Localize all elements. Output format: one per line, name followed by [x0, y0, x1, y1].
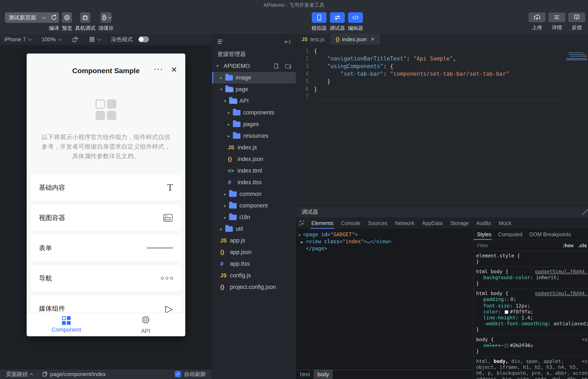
stylesheet-link[interactable]: gadgetSimul…f8d44.: [535, 290, 588, 296]
tree-arrow-icon[interactable]: ▸: [224, 192, 229, 197]
expand-arrow-icon[interactable]: ▼: [298, 232, 303, 238]
zoom-select[interactable]: 100%: [42, 36, 61, 43]
debugger-toggle-button[interactable]: [330, 12, 345, 23]
device-select[interactable]: iPhone 7: [4, 36, 31, 43]
tree-item-i18n[interactable]: ▸i18n: [212, 211, 296, 223]
devtools-tab-appdata[interactable]: AppData: [418, 217, 446, 229]
styles-filter-input[interactable]: Filter: [477, 243, 488, 249]
tree-arrow-icon[interactable]: ▸: [220, 226, 225, 232]
layout-select[interactable]: [89, 36, 100, 43]
tree-item-common[interactable]: ▸common: [212, 188, 296, 200]
auto-refresh-checkbox[interactable]: ✓: [175, 371, 181, 377]
tree-item-util[interactable]: ▸util: [212, 223, 296, 235]
color-swatch[interactable]: [505, 344, 508, 347]
stylesheet-link[interactable]: <s: [582, 336, 588, 342]
tab-api[interactable]: API: [106, 313, 185, 336]
tree-arrow-icon[interactable]: ▸: [220, 75, 225, 80]
breadcrumb-html[interactable]: html: [296, 370, 314, 379]
breadcrumb-body[interactable]: body: [314, 370, 333, 379]
devtools-tab-sources[interactable]: Sources: [364, 217, 391, 229]
close-icon[interactable]: ✕: [171, 65, 177, 74]
list-item-navigation[interactable]: 导航: [31, 265, 181, 291]
expand-arrow-icon[interactable]: ▶: [301, 238, 306, 246]
tree-item-image[interactable]: ▸image: [212, 72, 296, 83]
tree-item-index-ttss[interactable]: #index.ttss: [212, 177, 296, 188]
simulator-toggle-button[interactable]: [312, 12, 327, 23]
upload-button[interactable]: [529, 13, 545, 22]
new-file-icon[interactable]: [273, 63, 279, 69]
page-path-label[interactable]: 页面路径: [6, 371, 28, 378]
tree-arrow-icon[interactable]: ▸: [228, 110, 233, 115]
devtools-tab-audits[interactable]: Audits: [473, 217, 495, 229]
tree-item-pages[interactable]: ▸pages: [212, 118, 296, 130]
code-editor[interactable]: 1{ 2 "navigationBarTitleText": "Api Samp…: [296, 45, 588, 206]
dark-mode-toggle[interactable]: [138, 36, 149, 42]
tree-item-app-ttss[interactable]: #app.ttss: [212, 258, 296, 270]
color-swatch[interactable]: [505, 310, 508, 314]
project-root-row[interactable]: ▾ APIDEMO: [212, 60, 296, 72]
tree-item-index-ttml[interactable]: <>index.ttml: [212, 165, 296, 177]
tree-arrow-icon[interactable]: ▸: [224, 203, 229, 208]
dom-breakpoints-tab[interactable]: DOM Breakpoints: [526, 229, 574, 240]
tree-item-project-config-json[interactable]: {}project.config.json: [212, 281, 296, 293]
devtools-tab-console[interactable]: Console: [337, 217, 364, 229]
collapse-panel-icon[interactable]: [284, 39, 291, 45]
expand-arrow-icon[interactable]: ▸: [507, 298, 509, 302]
tree-item-index-js[interactable]: JSindex.js: [212, 142, 296, 153]
tree-arrow-icon[interactable]: ▸: [228, 122, 233, 127]
css-rules-list[interactable]: element.style { } html body { gadgetSimu…: [474, 251, 588, 379]
device-debug-button[interactable]: [80, 12, 90, 23]
tree-item-page[interactable]: ▾page: [212, 83, 296, 95]
tree-item-app-js[interactable]: JSapp.js: [212, 235, 296, 246]
tree-item-app-json[interactable]: {}app.json: [212, 246, 296, 258]
stylesheet-link[interactable]: gadgetSimul…f8d44.: [535, 268, 588, 274]
computed-tab[interactable]: Computed: [495, 229, 526, 240]
css-rule-html-body-2[interactable]: html body { gadgetSimul…f8d44. padding:▸…: [474, 289, 588, 335]
editor-minimap[interactable]: [566, 52, 587, 60]
elements-tree[interactable]: ▼<page id="GADGET"> ▶<view class="index"…: [296, 229, 473, 379]
tree-arrow-icon[interactable]: ▾: [220, 87, 225, 92]
preview-button[interactable]: [62, 12, 72, 23]
styles-tab[interactable]: Styles: [474, 229, 495, 240]
css-rule-reset-selectors[interactable]: html, body, div, span, applet, <s object…: [474, 357, 588, 379]
more-icon[interactable]: ···: [154, 64, 163, 74]
tree-item-index-json[interactable]: {}index.json: [212, 153, 296, 165]
rotate-button[interactable]: [71, 36, 79, 43]
devtools-tab-elements[interactable]: Elements: [307, 217, 337, 229]
tree-arrow-icon[interactable]: ▾: [224, 98, 229, 104]
inspect-element-button[interactable]: [296, 217, 307, 229]
tree-item-api[interactable]: ▾API: [212, 95, 296, 107]
tree-arrow-icon[interactable]: ▾: [216, 63, 222, 68]
feedback-button[interactable]: [568, 13, 585, 22]
close-tab-icon[interactable]: ✕: [371, 36, 375, 42]
new-folder-icon[interactable]: [285, 63, 292, 69]
css-rule-element-style[interactable]: element.style { }: [474, 251, 588, 267]
outline-list-icon[interactable]: [217, 39, 223, 45]
tree-item-config-js[interactable]: JSconfig.js: [212, 270, 296, 281]
editor-toggle-button[interactable]: [348, 12, 363, 23]
list-item-basic-content[interactable]: 基础内容 T: [31, 174, 181, 201]
devtools-tab-storage[interactable]: Storage: [446, 217, 473, 229]
list-item-view-container[interactable]: 视图容器: [31, 205, 181, 231]
list-item-form[interactable]: 表单: [31, 235, 181, 261]
devtools-tab-network[interactable]: Network: [391, 217, 418, 229]
stylesheet-link[interactable]: <s: [582, 358, 588, 364]
editor-tab-test-js[interactable]: JS test.js: [296, 34, 330, 45]
class-toggle-button[interactable]: .cls: [578, 243, 587, 249]
compile-button[interactable]: [49, 12, 59, 23]
details-button[interactable]: [548, 13, 565, 22]
tree-arrow-icon[interactable]: ▸: [228, 133, 233, 139]
editor-tab-index-json[interactable]: {} index.json ✕: [330, 34, 381, 45]
tree-item-component[interactable]: ▸component: [212, 200, 296, 211]
page-select-dropdown[interactable]: 测试新页面: [5, 12, 49, 23]
devtools-tab-mock[interactable]: Mock: [495, 217, 515, 229]
css-rule-html-body-1[interactable]: html body { gadgetSimul…f8d44. backgroun…: [474, 267, 588, 289]
tree-item-resources[interactable]: ▸resources: [212, 130, 296, 142]
css-rule-body[interactable]: body { <s color: #2b2f36; }: [474, 335, 588, 357]
resize-handle-icon[interactable]: [582, 208, 588, 215]
tree-item-components[interactable]: ▸components: [212, 107, 296, 118]
pseudo-state-button[interactable]: :hov: [563, 243, 574, 249]
tab-component[interactable]: Component: [27, 313, 106, 336]
tree-arrow-icon[interactable]: ▸: [224, 215, 229, 220]
clear-cache-button[interactable]: [100, 12, 111, 23]
